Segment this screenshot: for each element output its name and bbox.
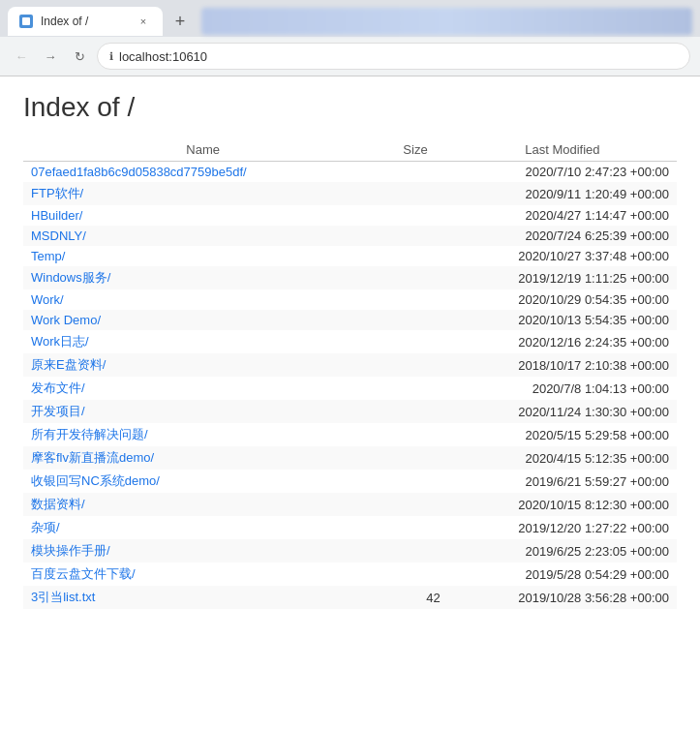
file-link[interactable]: 摩客flv新直播流demo/	[23, 446, 382, 470]
forward-icon: →	[45, 49, 57, 64]
reload-icon: ↻	[75, 49, 85, 64]
file-link[interactable]: 所有开发待解决问题/	[23, 423, 382, 446]
file-size	[382, 289, 448, 310]
info-icon: ℹ	[109, 50, 113, 63]
file-size	[382, 162, 448, 183]
table-row: 收银回写NC系统demo/2019/6/21 5:59:27 +00:00	[23, 470, 677, 493]
table-header-row: Name Size Last Modified	[23, 138, 677, 162]
file-date: 2020/10/27 3:37:48 +00:00	[448, 246, 677, 266]
file-link[interactable]: Work Demo/	[23, 310, 382, 330]
table-row: FTP软件/2020/9/11 1:20:49 +00:00	[23, 182, 677, 205]
reload-button[interactable]: ↻	[68, 45, 91, 68]
table-row: 模块操作手册/2019/6/25 2:23:05 +00:00	[23, 539, 677, 563]
file-size	[382, 400, 448, 423]
file-date: 2020/7/24 6:25:39 +00:00	[448, 226, 677, 246]
table-row: 3引当list.txt422019/10/28 3:56:28 +00:00	[23, 586, 677, 609]
file-link[interactable]: Windows服务/	[23, 266, 382, 289]
file-date: 2020/10/13 5:54:35 +00:00	[448, 310, 677, 330]
url-bar[interactable]: ℹ localhost:10610	[97, 43, 690, 70]
table-row: Temp/2020/10/27 3:37:48 +00:00	[23, 246, 677, 266]
table-row: 杂项/2019/12/20 1:27:22 +00:00	[23, 516, 677, 539]
file-link[interactable]: Temp/	[23, 246, 382, 266]
url-text: localhost:10610	[119, 49, 207, 64]
file-link[interactable]: 07efaed1fa8b6c9d05838cd7759be5df/	[23, 162, 382, 183]
browser-chrome: Index of / × + ← → ↻ ℹ localhost:10610	[0, 0, 700, 76]
file-size	[382, 446, 448, 470]
file-size	[382, 377, 448, 400]
file-date: 2019/5/28 0:54:29 +00:00	[448, 563, 677, 586]
new-tab-button[interactable]: +	[167, 8, 194, 35]
file-link[interactable]: HBuilder/	[23, 205, 382, 226]
file-size	[382, 310, 448, 330]
col-header-date: Last Modified	[448, 138, 677, 162]
file-date: 2019/12/19 1:11:25 +00:00	[448, 266, 677, 289]
file-size: 42	[382, 586, 448, 609]
file-link[interactable]: 数据资料/	[23, 493, 382, 516]
file-size	[382, 423, 448, 446]
file-size	[382, 205, 448, 226]
file-date: 2020/4/27 1:14:47 +00:00	[448, 205, 677, 226]
table-row: Work日志/2020/12/16 2:24:35 +00:00	[23, 330, 677, 353]
file-date: 2019/6/21 5:59:27 +00:00	[448, 470, 677, 493]
table-row: HBuilder/2020/4/27 1:14:47 +00:00	[23, 205, 677, 226]
table-row: Windows服务/2019/12/19 1:11:25 +00:00	[23, 266, 677, 289]
active-tab[interactable]: Index of / ×	[8, 7, 163, 36]
file-link[interactable]: MSDNLY/	[23, 226, 382, 246]
file-date: 2018/10/17 2:10:38 +00:00	[448, 353, 677, 377]
file-size	[382, 246, 448, 266]
table-row: 数据资料/2020/10/15 8:12:30 +00:00	[23, 493, 677, 516]
file-link[interactable]: 模块操作手册/	[23, 539, 382, 563]
table-row: Work/2020/10/29 0:54:35 +00:00	[23, 289, 677, 310]
file-link[interactable]: 收银回写NC系统demo/	[23, 470, 382, 493]
file-date: 2019/6/25 2:23:05 +00:00	[448, 539, 677, 563]
file-date: 2020/11/24 1:30:30 +00:00	[448, 400, 677, 423]
file-date: 2020/7/10 2:47:23 +00:00	[448, 162, 677, 183]
file-size	[382, 226, 448, 246]
file-size	[382, 563, 448, 586]
file-link[interactable]: 百度云盘文件下载/	[23, 563, 382, 586]
file-date: 2019/10/28 3:56:28 +00:00	[448, 586, 677, 609]
file-link[interactable]: 开发项目/	[23, 400, 382, 423]
file-link[interactable]: FTP软件/	[23, 182, 382, 205]
back-icon: ←	[15, 49, 28, 64]
table-row: MSDNLY/2020/7/24 6:25:39 +00:00	[23, 226, 677, 246]
file-link[interactable]: 发布文件/	[23, 377, 382, 400]
file-date: 2019/12/20 1:27:22 +00:00	[448, 516, 677, 539]
file-size	[382, 539, 448, 563]
file-size	[382, 182, 448, 205]
table-row: 摩客flv新直播流demo/2020/4/15 5:12:35 +00:00	[23, 446, 677, 470]
file-date: 2020/5/15 5:29:58 +00:00	[448, 423, 677, 446]
file-date: 2020/12/16 2:24:35 +00:00	[448, 330, 677, 353]
tab-favicon	[19, 15, 33, 28]
page-title: Index of /	[23, 92, 677, 123]
page-content: Index of / Name Size Last Modified 07efa…	[0, 76, 700, 624]
file-date: 2020/4/15 5:12:35 +00:00	[448, 446, 677, 470]
table-row: 百度云盘文件下载/2019/5/28 0:54:29 +00:00	[23, 563, 677, 586]
file-date: 2020/7/8 1:04:13 +00:00	[448, 377, 677, 400]
file-link[interactable]: Work/	[23, 289, 382, 310]
tab-title: Index of /	[41, 15, 128, 28]
file-date: 2020/9/11 1:20:49 +00:00	[448, 182, 677, 205]
table-row: 所有开发待解决问题/2020/5/15 5:29:58 +00:00	[23, 423, 677, 446]
tab-close-button[interactable]: ×	[136, 14, 151, 29]
file-link[interactable]: 原来E盘资料/	[23, 353, 382, 377]
col-header-name: Name	[23, 138, 382, 162]
address-bar: ← → ↻ ℹ localhost:10610	[0, 37, 700, 76]
back-button[interactable]: ←	[10, 45, 33, 68]
file-link[interactable]: Work日志/	[23, 330, 382, 353]
file-size	[382, 266, 448, 289]
file-size	[382, 470, 448, 493]
file-size	[382, 353, 448, 377]
file-size	[382, 330, 448, 353]
col-header-size: Size	[382, 138, 448, 162]
file-link[interactable]: 3引当list.txt	[23, 586, 382, 609]
forward-button[interactable]: →	[39, 45, 62, 68]
file-size	[382, 493, 448, 516]
file-size	[382, 516, 448, 539]
file-link[interactable]: 杂项/	[23, 516, 382, 539]
table-row: 开发项目/2020/11/24 1:30:30 +00:00	[23, 400, 677, 423]
file-table: Name Size Last Modified 07efaed1fa8b6c9d…	[23, 138, 677, 609]
file-date: 2020/10/15 8:12:30 +00:00	[448, 493, 677, 516]
tab-bar-right-blurred	[201, 8, 692, 35]
table-row: Work Demo/2020/10/13 5:54:35 +00:00	[23, 310, 677, 330]
